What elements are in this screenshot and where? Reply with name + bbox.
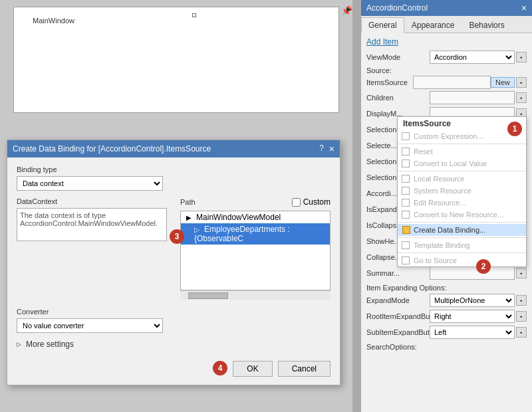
panel-close-button[interactable]: ×	[521, 3, 527, 13]
data-context-text: The data context is of type AccordionCon…	[17, 208, 167, 241]
menu-reset[interactable]: Reset	[398, 146, 526, 157]
items-source-row: ItemsSource New ▪	[366, 76, 527, 89]
tree-root-item[interactable]: ▶ MainWindowViewModel	[181, 211, 330, 223]
items-source-input	[413, 76, 491, 89]
data-context-col: DataContext The data context is of type …	[17, 197, 167, 300]
separator-3	[398, 222, 526, 223]
more-settings-expand-icon: ▷	[17, 341, 21, 348]
more-settings[interactable]: ▷ More settings	[17, 340, 331, 349]
expand-arrow-icon: ▶	[346, 5, 352, 13]
separator-5	[398, 253, 526, 253]
main-window-frame: MainWindow	[13, 7, 339, 113]
children-label: Children	[366, 94, 430, 102]
summar-row: Summar... ▪	[366, 266, 527, 280]
data-context-label: DataContext	[17, 197, 167, 205]
menu-convert-local[interactable]: Convert to Local Value	[398, 157, 526, 169]
cancel-button[interactable]: Cancel	[278, 361, 331, 377]
custom-checkbox[interactable]	[292, 198, 301, 207]
root-expand-row: RootItemExpandButt... Right ▪	[366, 310, 527, 323]
badge-1: 1	[507, 122, 522, 136]
reset-checkbox	[402, 148, 410, 155]
binding-type-label: Binding type	[17, 165, 331, 173]
menu-create-data-binding[interactable]: Create Data Binding...	[398, 224, 526, 236]
tabs-bar: General Appearance Behaviors	[361, 16, 532, 33]
menu-custom-expression[interactable]: Custom Expression...	[398, 130, 526, 142]
dialog-title: Create Data Binding for [AccordionContro…	[13, 144, 211, 154]
children-row: Children ▪	[366, 91, 527, 104]
system-resource-checkbox	[402, 187, 410, 195]
view-mode-select[interactable]: Accordion	[430, 51, 515, 64]
summar-menu-btn[interactable]: ▪	[516, 268, 527, 278]
path-col: Path Custom ▶ MainWindowViewModel ▷ Empl…	[180, 197, 331, 300]
create-data-binding-dialog: Create Data Binding for [AccordionContro…	[7, 140, 340, 385]
tree-child-label: EmployeeDepartments : {ObservableC	[194, 225, 290, 243]
summar-label: Summar...	[366, 269, 430, 277]
convert-new-resource-checkbox	[402, 211, 410, 219]
view-mode-menu-btn[interactable]: ▪	[516, 52, 527, 62]
create-binding-icon	[402, 225, 411, 235]
badge-2: 2	[476, 259, 491, 274]
menu-template-binding[interactable]: Template Binding	[398, 239, 526, 251]
separator-2	[398, 171, 526, 171]
expand-mode-select[interactable]: MultipleOrNone	[430, 294, 515, 307]
view-mode-label: ViewMode	[366, 53, 430, 61]
path-label: Path	[180, 198, 196, 206]
dialog-body: Binding type Data context DataContext Th…	[7, 157, 340, 357]
items-source-label: ItemsSource	[366, 78, 413, 86]
converter-section: Converter No value converter	[17, 308, 331, 333]
children-menu-btn[interactable]: ▪	[516, 92, 527, 103]
converter-label: Converter	[17, 308, 331, 316]
items-source-value: New ▪	[413, 76, 527, 89]
dialog-footer: OK Cancel	[233, 361, 331, 377]
tree-child-item[interactable]: ▷ EmployeeDepartments : {ObservableC	[181, 223, 330, 245]
menu-convert-new-resource[interactable]: Convert to New Resource...	[398, 209, 526, 221]
root-expand-menu-btn[interactable]: ▪	[516, 311, 527, 322]
items-source-menu-btn[interactable]: ▪	[516, 77, 527, 88]
separator-4	[398, 237, 526, 238]
custom-label: Custom	[303, 197, 331, 207]
canvas-handle[interactable]	[192, 13, 196, 17]
tree-scrollbar[interactable]	[180, 290, 331, 300]
badge-4: 4	[213, 361, 227, 375]
menu-go-to-source[interactable]: Go to Source	[398, 255, 526, 266]
dialog-help-button[interactable]: ?	[319, 144, 324, 154]
main-window-label: MainWindow	[33, 17, 74, 25]
tree-expand-icon: ▶	[186, 214, 194, 221]
separator-1	[398, 144, 526, 144]
dialog-close-button[interactable]: ×	[329, 144, 334, 154]
sub-expand-menu-btn[interactable]: ▪	[516, 327, 527, 338]
binding-type-select[interactable]: Data context	[17, 176, 163, 191]
tab-appearance[interactable]: Appearance	[404, 17, 462, 33]
badge-3: 3	[170, 229, 184, 244]
expand-mode-row: ExpandMode MultipleOrNone ▪	[366, 294, 527, 307]
panel-header: AccordionControl ×	[361, 0, 532, 16]
dialog-header: Create Data Binding for [AccordionContro…	[7, 140, 340, 157]
root-expand-select[interactable]: Right	[430, 310, 515, 323]
sub-expand-row: SubItemExpandButt... Left ▪	[366, 326, 527, 339]
root-expand-label: RootItemExpandButt...	[366, 312, 430, 320]
panel-title: AccordionControl	[366, 3, 428, 13]
add-item-link[interactable]: Add Item	[366, 37, 527, 47]
source-section-label: Source:	[366, 66, 527, 74]
path-tree: ▶ MainWindowViewModel ▷ EmployeeDepartme…	[180, 211, 331, 290]
menu-local-resource[interactable]: Local Resource	[398, 173, 526, 185]
menu-edit-resource[interactable]: Edit Resource...	[398, 197, 526, 209]
custom-expression-checkbox	[402, 132, 410, 140]
scrollbar-thumb[interactable]	[188, 292, 228, 299]
ok-button[interactable]: OK	[233, 361, 272, 377]
children-value: ▪	[430, 91, 527, 104]
tab-behaviors[interactable]: Behaviors	[462, 17, 511, 33]
new-button[interactable]: New	[491, 77, 515, 88]
view-mode-row: ViewMode Accordion ▪	[366, 51, 527, 64]
tab-general[interactable]: General	[361, 17, 404, 33]
menu-system-resource[interactable]: System Resource	[398, 185, 526, 197]
expand-mode-menu-btn[interactable]: ▪	[516, 295, 527, 306]
convert-local-checkbox	[402, 159, 410, 167]
dialog-main-row: DataContext The data context is of type …	[17, 197, 331, 300]
sub-expand-label: SubItemExpandButt...	[366, 328, 430, 336]
template-binding-checkbox	[402, 241, 410, 249]
search-options-label: SearchOptions:	[366, 343, 527, 351]
converter-select[interactable]: No value converter	[17, 318, 163, 333]
edit-resource-checkbox	[402, 199, 410, 207]
sub-expand-select[interactable]: Left	[430, 326, 515, 339]
